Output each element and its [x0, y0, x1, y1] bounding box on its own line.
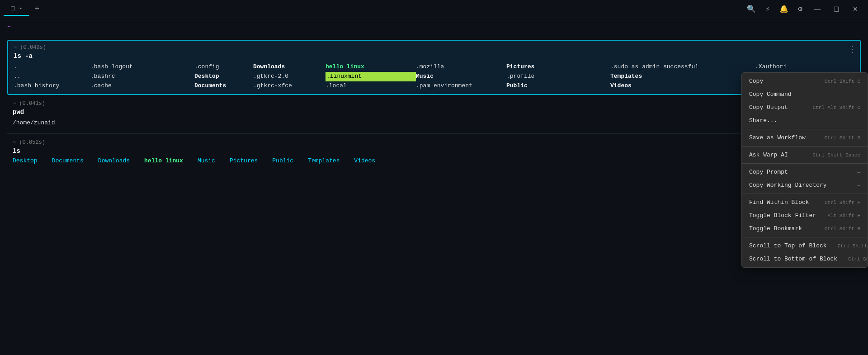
block2-header: ~ (0.041s): [13, 100, 855, 107]
dir-music1: Music: [416, 72, 506, 81]
ls-desktop: Desktop: [13, 157, 38, 164]
menu-copy-shortcut: Ctrl Shift C: [825, 79, 860, 84]
menu-copy-prompt-shortcut: —: [857, 170, 860, 175]
tab-area: □ ~ +: [4, 2, 747, 16]
menu-scroll-bottom[interactable]: Scroll to Bottom of Block Ctrl Shift ↓: [742, 252, 868, 265]
dir-mozilla: .mozilla: [416, 62, 506, 72]
dir-xauthori: .Xauthori: [755, 62, 845, 72]
menu-toggle-bookmark-label: Toggle Bookmark: [749, 225, 802, 232]
block2-command: pwd: [13, 109, 855, 116]
menu-scroll-top-label: Scroll to Top of Block: [749, 242, 827, 249]
ls-hello-linux: hello_linux: [144, 157, 183, 164]
dir-documents1: Documents: [194, 81, 253, 91]
menu-toggle-filter[interactable]: Toggle Block Filter Alt Shift F: [742, 209, 868, 222]
menu-toggle-bookmark[interactable]: Toggle Bookmark Ctrl Shift B: [742, 222, 868, 235]
dir-dotdot: ..: [14, 72, 90, 81]
dir-row2: .. .bashrc Desktop .gtkrc-2.0 .linuxmint…: [14, 72, 854, 81]
block-ls-a: ~ (0.049s) ls -a . .bash_logout .config …: [7, 40, 861, 95]
menu-toggle-bookmark-shortcut: Ctrl Shift B: [825, 226, 860, 232]
block3-command: ls: [13, 147, 855, 155]
ls-videos: Videos: [354, 157, 375, 164]
dir-linuxmint: .linuxmint: [326, 72, 416, 81]
ls-music: Music: [198, 157, 215, 164]
menu-copy-output[interactable]: Copy Output Ctrl Alt Shift C: [742, 101, 868, 114]
restore-button[interactable]: ❏: [827, 2, 845, 16]
ls-pictures: Pictures: [230, 157, 258, 164]
add-tab-button[interactable]: +: [29, 5, 45, 14]
menu-scroll-bottom-shortcut: Ctrl Shift ↓: [848, 256, 868, 262]
dir-bashrc: .bashrc: [90, 72, 194, 81]
menu-save-workflow[interactable]: Save as Workflow Ctrl Shift S: [742, 131, 868, 144]
dir-videos1: Videos: [610, 81, 755, 91]
pwd-output: /home/zunaid: [13, 119, 55, 126]
dir-bash-logout: .bash_logout: [90, 62, 194, 72]
dir-desktop1: Desktop: [194, 72, 253, 81]
minimize-button[interactable]: —: [808, 2, 826, 16]
menu-copy-working-dir-shortcut: —: [857, 183, 860, 188]
dir-hello-linux1: hello_linux: [326, 62, 416, 72]
menu-copy-command[interactable]: Copy Command: [742, 88, 868, 101]
dir-dot: .: [14, 62, 90, 72]
menu-ask-warp[interactable]: Ask Warp AI Ctrl Shift Space: [742, 148, 868, 161]
tab-title: ~: [18, 5, 22, 12]
block2-output: /home/zunaid: [13, 118, 855, 128]
dir-pam-env: .pam_environment: [416, 81, 506, 91]
dir-gtkrcxfce: .gtkrc-xfce: [253, 81, 326, 91]
dir-cache: .cache: [90, 81, 194, 91]
block-pwd: ~ (0.041s) pwd /home/zunaid: [7, 97, 861, 132]
ls-templates: Templates: [308, 157, 340, 164]
menu-save-workflow-shortcut: Ctrl Shift S: [825, 135, 860, 141]
ls-public: Public: [272, 157, 293, 164]
menu-copy-output-label: Copy Output: [749, 104, 788, 111]
titlebar: □ ~ + 🔍 ⚡ 🔔 ⚙ — ❏ ✕: [0, 0, 868, 18]
menu-copy-output-shortcut: Ctrl Alt Shift C: [812, 105, 860, 110]
active-tab[interactable]: □ ~: [4, 2, 29, 16]
menu-find-block[interactable]: Find Within Block Ctrl Shift F: [742, 196, 868, 209]
dir-row1: . .bash_logout .config Downloads hello_l…: [14, 62, 854, 72]
menu-scroll-top-shortcut: Ctrl Shift T: [838, 243, 868, 249]
menu-toggle-filter-label: Toggle Block Filter: [749, 212, 816, 219]
dir-public1: Public: [506, 81, 610, 91]
block-options-button[interactable]: ⋮: [848, 44, 856, 54]
separator-2: [742, 146, 868, 147]
window-controls: — ❏ ✕: [808, 2, 864, 16]
gear-icon[interactable]: ⚙: [796, 5, 805, 14]
separator-3: [742, 163, 868, 164]
menu-copy-prompt-label: Copy Prompt: [749, 169, 788, 175]
menu-copy-working-dir-label: Copy Working Directory: [749, 182, 827, 189]
close-button[interactable]: ✕: [846, 2, 864, 16]
dir-row3: .bash_history .cache Documents .gtkrc-xf…: [14, 81, 854, 91]
dir-config: .config: [194, 62, 253, 72]
titlebar-actions: 🔍 ⚡ 🔔 ⚙: [747, 5, 808, 14]
menu-scroll-top[interactable]: Scroll to Top of Block Ctrl Shift T: [742, 239, 868, 252]
search-icon[interactable]: 🔍: [747, 5, 756, 14]
block3-header: ~ (0.052s): [13, 139, 855, 146]
bell-icon[interactable]: 🔔: [779, 5, 788, 14]
dir-pictures1: Pictures: [506, 62, 610, 72]
menu-save-workflow-label: Save as Workflow: [749, 134, 806, 141]
menu-copy-prompt[interactable]: Copy Prompt —: [742, 166, 868, 179]
dir-downloads1: Downloads: [253, 62, 326, 72]
block-ls: ~ (0.052s) ls Desktop Documents Download…: [7, 136, 861, 168]
lightning-icon[interactable]: ⚡: [763, 5, 772, 14]
dir-templates1: Templates: [610, 72, 755, 81]
separator-1: [742, 129, 868, 129]
menu-copy[interactable]: Copy Ctrl Shift C: [742, 75, 868, 88]
block3-output: Desktop Documents Downloads hello_linux …: [13, 157, 855, 164]
ls-documents: Documents: [52, 157, 84, 164]
dir-gtkrc2: .gtkrc-2.0: [253, 72, 326, 81]
dir-local: .local: [326, 81, 416, 91]
dir-bash-history: .bash_history: [14, 81, 90, 91]
dir-sudo-admin: .sudo_as_admin_successful: [610, 62, 755, 72]
block1-command: ls -a: [14, 52, 854, 60]
menu-ask-warp-label: Ask Warp AI: [749, 151, 788, 158]
context-menu: Copy Ctrl Shift C Copy Command Copy Outp…: [741, 72, 868, 268]
menu-copy-working-dir[interactable]: Copy Working Directory —: [742, 179, 868, 192]
menu-scroll-bottom-label: Scroll to Bottom of Block: [749, 256, 837, 262]
tab-icon: □: [11, 5, 14, 12]
top-prompt: ~: [7, 24, 861, 31]
menu-toggle-filter-shortcut: Alt Shift F: [827, 213, 860, 218]
ls-downloads: Downloads: [98, 157, 130, 164]
menu-find-block-label: Find Within Block: [749, 199, 809, 206]
menu-share[interactable]: Share...: [742, 114, 868, 127]
